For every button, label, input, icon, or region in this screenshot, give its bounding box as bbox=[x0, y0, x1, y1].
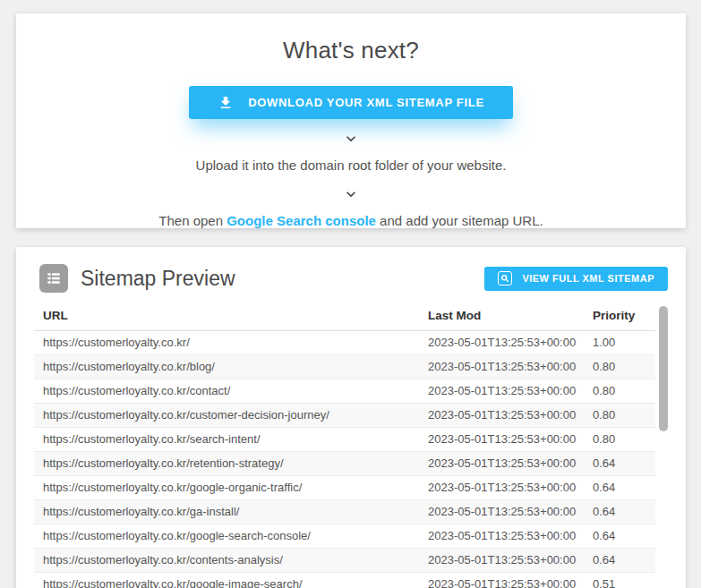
table-row: https://customerloyalty.co.kr/ga-install… bbox=[34, 500, 655, 524]
lastmod-cell: 2023-05-01T13:25:53+00:00 bbox=[419, 476, 584, 500]
url-cell: https://customerloyalty.co.kr/google-ima… bbox=[34, 573, 419, 588]
priority-cell: 0.80 bbox=[584, 379, 655, 404]
search-icon bbox=[498, 271, 512, 285]
priority-cell: 0.51 bbox=[584, 573, 655, 588]
whats-next-card: What's next? DOWNLOAD YOUR XML SITEMAP F… bbox=[16, 13, 686, 228]
table-row: https://customerloyalty.co.kr/customer-d… bbox=[34, 404, 655, 428]
download-button-label: DOWNLOAD YOUR XML SITEMAP FILE bbox=[248, 96, 484, 109]
priority-cell: 0.64 bbox=[584, 476, 655, 500]
url-cell: https://customerloyalty.co.kr/google-sea… bbox=[34, 524, 419, 549]
lastmod-cell: 2023-05-01T13:25:53+00:00 bbox=[419, 500, 584, 524]
lastmod-cell: 2023-05-01T13:25:53+00:00 bbox=[419, 549, 584, 573]
step-search-console-text: Then open Google Search console and add … bbox=[16, 212, 686, 230]
lastmod-cell: 2023-05-01T13:25:53+00:00 bbox=[419, 452, 584, 476]
sitemap-table-body: https://customerloyalty.co.kr/ 2023-05-0… bbox=[34, 331, 655, 588]
lastmod-cell: 2023-05-01T13:25:53+00:00 bbox=[419, 404, 584, 428]
priority-cell: 0.80 bbox=[584, 428, 655, 452]
table-row: https://customerloyalty.co.kr/blog/ 2023… bbox=[34, 355, 655, 379]
download-sitemap-button[interactable]: DOWNLOAD YOUR XML SITEMAP FILE bbox=[189, 86, 513, 119]
download-icon bbox=[218, 95, 234, 111]
lastmod-cell: 2023-05-01T13:25:53+00:00 bbox=[419, 428, 584, 452]
step-console-suffix: and add your sitemap URL. bbox=[376, 213, 543, 228]
url-cell: https://customerloyalty.co.kr/contact/ bbox=[34, 379, 419, 404]
sitemap-table: URL Last Mod Priority https://customerlo… bbox=[34, 303, 655, 588]
column-header-lastmod: Last Mod bbox=[419, 303, 584, 331]
url-cell: https://customerloyalty.co.kr/search-int… bbox=[34, 428, 419, 452]
table-row: https://customerloyalty.co.kr/google-org… bbox=[34, 476, 655, 500]
table-row: https://customerloyalty.co.kr/google-sea… bbox=[34, 524, 655, 549]
table-row: https://customerloyalty.co.kr/contact/ 2… bbox=[34, 379, 655, 404]
table-scrollbar[interactable] bbox=[659, 306, 668, 431]
lastmod-cell: 2023-05-01T13:25:53+00:00 bbox=[419, 331, 584, 355]
priority-cell: 0.64 bbox=[584, 500, 655, 524]
table-row: https://customerloyalty.co.kr/ 2023-05-0… bbox=[34, 331, 655, 355]
priority-cell: 0.80 bbox=[584, 404, 655, 428]
priority-cell: 1.00 bbox=[584, 331, 655, 355]
view-full-sitemap-button[interactable]: VIEW FULL XML SITEMAP bbox=[484, 267, 668, 291]
priority-cell: 0.64 bbox=[584, 452, 655, 476]
step-console-prefix: Then open bbox=[158, 213, 227, 228]
column-header-priority: Priority bbox=[584, 303, 655, 331]
priority-cell: 0.64 bbox=[584, 524, 655, 549]
url-cell: https://customerloyalty.co.kr/ga-install… bbox=[34, 500, 419, 524]
sitemap-table-container: URL Last Mod Priority https://customerlo… bbox=[34, 303, 655, 588]
priority-cell: 0.64 bbox=[584, 549, 655, 573]
lastmod-cell: 2023-05-01T13:25:53+00:00 bbox=[419, 379, 584, 404]
whats-next-title: What's next? bbox=[16, 37, 686, 64]
table-row: https://customerloyalty.co.kr/contents-a… bbox=[34, 549, 655, 573]
url-cell: https://customerloyalty.co.kr/google-org… bbox=[34, 476, 419, 500]
sitemap-preview-title: Sitemap Preview bbox=[81, 267, 235, 291]
google-search-console-link[interactable]: Google Search console bbox=[227, 213, 376, 228]
table-header-row: URL Last Mod Priority bbox=[34, 303, 655, 331]
url-cell: https://customerloyalty.co.kr/contents-a… bbox=[34, 549, 419, 573]
view-button-label: VIEW FULL XML SITEMAP bbox=[522, 273, 654, 284]
sitemap-preview-header: Sitemap Preview VIEW FULL XML SITEMAP bbox=[16, 247, 686, 293]
table-row: https://customerloyalty.co.kr/google-ima… bbox=[34, 573, 655, 588]
url-cell: https://customerloyalty.co.kr/retention-… bbox=[34, 452, 419, 476]
lastmod-cell: 2023-05-01T13:25:53+00:00 bbox=[419, 524, 584, 549]
lastmod-cell: 2023-05-01T13:25:53+00:00 bbox=[419, 573, 584, 588]
url-cell: https://customerloyalty.co.kr/customer-d… bbox=[34, 404, 419, 428]
url-cell: https://customerloyalty.co.kr/blog/ bbox=[34, 355, 419, 379]
lastmod-cell: 2023-05-01T13:25:53+00:00 bbox=[419, 355, 584, 379]
table-row: https://customerloyalty.co.kr/search-int… bbox=[34, 428, 655, 452]
sitemap-preview-card: Sitemap Preview VIEW FULL XML SITEMAP UR… bbox=[16, 247, 686, 588]
table-row: https://customerloyalty.co.kr/retention-… bbox=[34, 452, 655, 476]
priority-cell: 0.80 bbox=[584, 355, 655, 379]
url-cell: https://customerloyalty.co.kr/ bbox=[34, 331, 419, 355]
chevron-down-icon bbox=[16, 185, 686, 207]
column-header-url: URL bbox=[34, 303, 419, 331]
chevron-down-icon bbox=[16, 130, 686, 151]
step-upload-text: Upload it into the domain root folder of… bbox=[16, 157, 686, 175]
table-list-icon bbox=[39, 264, 68, 293]
